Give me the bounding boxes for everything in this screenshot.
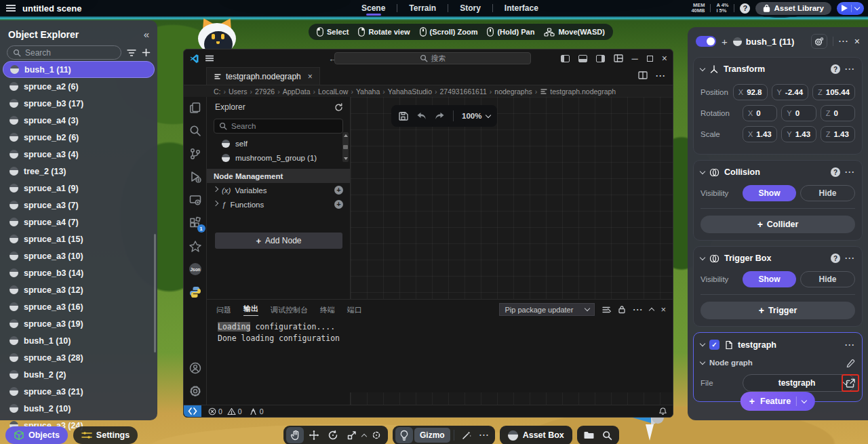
remote-indicator[interactable] xyxy=(184,405,201,417)
breadcrumb-segment[interactable]: LocalLow xyxy=(318,87,348,96)
window-minimize-icon[interactable]: ─ xyxy=(632,54,638,64)
play-button[interactable] xyxy=(837,2,864,15)
folder-button[interactable] xyxy=(580,427,597,443)
panel-tab-4[interactable]: 终端 xyxy=(320,305,335,315)
json-extension-icon[interactable]: Json xyxy=(189,262,202,276)
section-menu-icon[interactable]: ··· xyxy=(845,254,855,263)
remote-explorer-icon[interactable] xyxy=(189,193,202,207)
source-control-icon[interactable] xyxy=(189,147,202,161)
objects-tab-button[interactable]: Objects xyxy=(5,426,68,444)
add-collider-button[interactable]: +Collider xyxy=(701,216,855,233)
breadcrumb-segment[interactable]: 274931661611 xyxy=(440,87,487,96)
customize-layout-icon[interactable] xyxy=(614,54,623,62)
object-list-item[interactable]: spruce_a3 (12) xyxy=(3,281,155,298)
functions-row[interactable]: ƒ Functions + xyxy=(207,197,350,211)
mode-tab-interface[interactable]: Interface xyxy=(496,0,547,16)
pan-tool-button[interactable] xyxy=(286,427,304,443)
main-menu-icon[interactable] xyxy=(6,5,16,12)
window-maximize-icon[interactable] xyxy=(647,56,653,62)
clear-output-icon[interactable] xyxy=(601,306,611,314)
collision-hide-button[interactable]: Hide xyxy=(800,185,855,201)
position-x-input[interactable]: X92.8 xyxy=(733,84,768,100)
breadcrumb-segment[interactable]: 27926 xyxy=(255,87,275,96)
more-tools-icon[interactable]: ··· xyxy=(479,430,490,440)
open-nodegraph-button-highlighted[interactable] xyxy=(842,374,859,392)
trigger-show-button[interactable]: Show xyxy=(743,271,796,287)
problems-status[interactable]: 0 0 xyxy=(208,407,242,416)
split-editor-icon[interactable] xyxy=(638,71,648,81)
undo-icon[interactable] xyxy=(416,112,427,121)
file-select-dropdown[interactable]: testgraph xyxy=(743,374,855,392)
help-icon[interactable]: ? xyxy=(831,167,840,177)
object-list-item[interactable]: spruce_a3 (4) xyxy=(3,146,155,163)
close-inspector-icon[interactable]: × xyxy=(854,36,860,47)
collapse-icon[interactable] xyxy=(700,359,705,364)
add-variable-icon[interactable]: + xyxy=(334,186,343,195)
breadcrumb-segment[interactable]: nodegraphs xyxy=(494,87,532,96)
object-list-item[interactable]: spruce_a3 (19) xyxy=(3,315,155,332)
object-list-item[interactable]: spruce_a4 (7) xyxy=(3,214,155,230)
focus-tool-button[interactable] xyxy=(368,427,385,443)
object-list-scrollbar[interactable] xyxy=(154,234,156,352)
position-y-input[interactable]: Y-2.44 xyxy=(772,84,809,100)
tool-expand-icon[interactable] xyxy=(361,433,367,439)
mode-tab-scene[interactable]: Scene xyxy=(353,0,394,16)
feature-enabled-checkbox[interactable]: ✓ xyxy=(709,340,719,350)
object-list-item[interactable]: spruce_a3 (21) xyxy=(3,383,155,400)
help-icon[interactable]: ? xyxy=(740,3,750,14)
ports-status[interactable]: 0 xyxy=(249,407,264,416)
magic-wand-button[interactable] xyxy=(458,427,475,443)
panel-tab-5[interactable]: 端口 xyxy=(347,305,362,315)
object-enabled-toggle[interactable] xyxy=(696,36,716,47)
redo-icon[interactable] xyxy=(435,112,445,121)
add-trigger-button[interactable]: +Trigger xyxy=(701,302,855,319)
light-toggle-button[interactable] xyxy=(395,427,413,443)
add-node-button[interactable]: + Add Node xyxy=(215,233,342,249)
add-feature-button[interactable]: + Feature xyxy=(741,392,815,411)
search-activity-icon[interactable] xyxy=(189,124,202,138)
asset-library-button[interactable]: Asset Library xyxy=(755,2,831,15)
close-panel-icon[interactable]: × xyxy=(660,304,666,315)
extensions-icon[interactable]: 1 xyxy=(189,216,202,230)
breadcrumb-segment[interactable]: Users xyxy=(229,87,247,96)
gizmo-button[interactable]: Gizmo xyxy=(414,428,450,443)
object-list-item[interactable]: spruce_a1 (15) xyxy=(3,230,155,247)
object-list-item[interactable]: spruce_a4 (3) xyxy=(3,112,155,129)
collapse-icon[interactable] xyxy=(700,254,705,260)
zoom-level-dropdown[interactable]: 100% xyxy=(462,112,490,120)
asset-box-button[interactable]: Asset Box xyxy=(500,426,572,444)
breadcrumb-segment[interactable]: C: xyxy=(214,87,221,96)
settings-gear-icon[interactable] xyxy=(189,384,202,398)
toggle-panel-icon[interactable] xyxy=(578,55,587,62)
section-menu-icon[interactable]: ··· xyxy=(845,340,855,350)
notifications-bell-icon[interactable] xyxy=(658,407,667,416)
object-list-item[interactable]: spruce_b3 (17) xyxy=(3,95,155,112)
object-list-item[interactable]: spruce_a1 (9) xyxy=(3,180,155,197)
settings-tab-button[interactable]: Settings xyxy=(73,426,138,444)
add-icon[interactable]: + xyxy=(722,36,728,47)
object-list-item[interactable]: bush_1 (10) xyxy=(3,332,155,349)
object-list-item[interactable]: spruce_a2 (6) xyxy=(3,78,155,95)
object-list-item[interactable]: spruce_a3 (7) xyxy=(3,197,155,214)
help-icon[interactable]: ? xyxy=(831,64,840,74)
panel-tab-1[interactable]: 问题 xyxy=(216,305,231,315)
object-list-item[interactable]: bush_2 (2) xyxy=(3,366,155,383)
move-tool-button[interactable] xyxy=(305,427,323,443)
variables-row[interactable]: (x) Variables + xyxy=(207,183,350,197)
scale-y-input[interactable]: Y1.43 xyxy=(781,126,816,142)
object-list-item[interactable]: spruce_b3 (14) xyxy=(3,264,155,281)
explorer-search-input[interactable]: Search xyxy=(214,119,343,134)
collision-show-button[interactable]: Show xyxy=(743,185,796,201)
collapse-panel-icon[interactable]: « xyxy=(144,28,149,40)
maximize-panel-icon[interactable] xyxy=(649,308,654,313)
more-options-icon[interactable]: ··· xyxy=(839,37,849,46)
object-search-input[interactable]: Search xyxy=(7,45,121,60)
scale-tool-button[interactable] xyxy=(343,427,361,443)
position-z-input[interactable]: Z105.44 xyxy=(812,84,855,100)
collapse-icon[interactable] xyxy=(700,341,705,346)
tab-testgraph-nodegraph[interactable]: testgraph.nodegraph × xyxy=(207,67,320,85)
add-object-icon[interactable] xyxy=(142,48,151,57)
section-menu-icon[interactable]: ··· xyxy=(845,64,855,74)
yahaha-extension-icon[interactable] xyxy=(189,239,202,253)
object-list-item[interactable]: spruce_b2 (6) xyxy=(3,129,155,146)
